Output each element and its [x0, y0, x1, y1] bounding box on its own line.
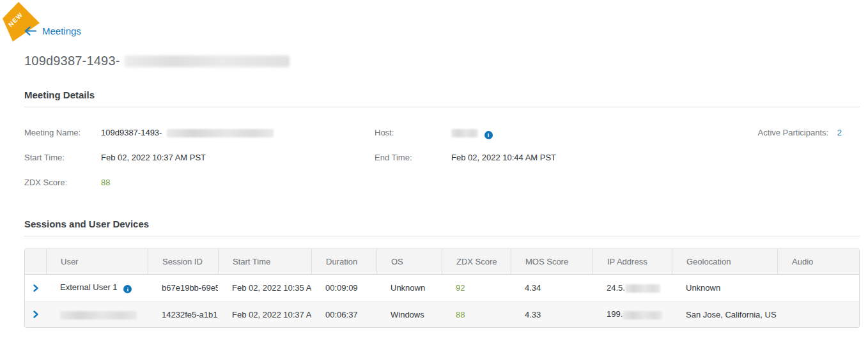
page-title: 109d9387-1493- — [24, 54, 290, 68]
duration-cell: 00:06:37 — [311, 301, 376, 327]
geolocation-cell: San Jose, California, US — [672, 301, 777, 327]
page-title-redacted — [125, 56, 290, 67]
expand-cell — [25, 301, 46, 327]
sessions-heading: Sessions and User Devices — [24, 218, 149, 229]
audio-cell — [777, 275, 860, 301]
column-header-audio: Audio — [777, 249, 860, 275]
host-redacted — [451, 129, 478, 137]
start-time-label: Start Time: — [24, 153, 65, 162]
session-id-cell: b67e19bb-69e5 — [148, 275, 218, 301]
active-participants-label: Active Participants: — [758, 128, 829, 137]
meeting-name-redacted — [167, 129, 274, 137]
active-participants: Active Participants: 2 — [758, 128, 842, 137]
column-header-session-id: Session ID — [148, 249, 218, 275]
zdx-score-label: ZDX Score: — [24, 178, 67, 187]
host-label: Host: — [375, 128, 394, 137]
ip-address-cell: 24.5. — [593, 275, 672, 301]
os-cell: Unknown — [376, 275, 442, 301]
start-time-cell: Feb 02, 2022 10:37 AM — [218, 301, 311, 327]
mos-score-cell: 4.33 — [511, 301, 593, 327]
ip-address-redacted — [623, 311, 662, 319]
column-header-os: OS — [376, 249, 442, 275]
end-time-value: Feb 02, 2022 10:44 AM PST — [451, 153, 556, 162]
zdx-score-cell: 88 — [442, 301, 511, 327]
user-info-icon[interactable]: i — [123, 285, 132, 293]
column-header-duration: Duration — [311, 249, 376, 275]
active-participants-value[interactable]: 2 — [837, 128, 842, 137]
ip-address-visible: 24.5. — [607, 283, 625, 293]
host-info-icon[interactable]: i — [484, 131, 493, 139]
expand-chevron-icon[interactable] — [29, 308, 42, 321]
column-header-geolocation: Geolocation — [672, 249, 777, 275]
ip-address-cell: 199. — [593, 301, 672, 327]
new-ribbon: NEW — [0, 0, 45, 45]
ip-address-redacted — [625, 284, 660, 293]
end-time-label: End Time: — [375, 153, 412, 162]
table-row: 14232fe5-a1b1- Feb 02, 2022 10:37 AM 00:… — [25, 301, 860, 327]
details-row-3: ZDX Score: 88 — [24, 173, 860, 198]
column-header-mos-score: MOS Score — [511, 249, 593, 275]
table-row: External User 1 i b67e19bb-69e5 Feb 02, … — [25, 275, 860, 301]
meeting-name-value: 109d9387-1493- — [101, 128, 274, 137]
meetings-back-link[interactable]: Meetings — [42, 26, 81, 36]
details-row-1: Meeting Name: 109d9387-1493- Host: i Act… — [24, 123, 860, 148]
start-time-cell: Feb 02, 2022 10:35 AM — [218, 275, 311, 301]
user-cell — [46, 301, 148, 327]
column-header-ip-address: IP Address — [593, 249, 672, 275]
expand-cell — [25, 275, 46, 301]
breadcrumb: Meetings — [24, 26, 81, 36]
zdx-score-cell: 92 — [442, 275, 511, 301]
session-id-cell: 14232fe5-a1b1- — [148, 301, 218, 327]
meeting-details-heading: Meeting Details — [24, 89, 95, 100]
user-name: External User 1 — [60, 282, 118, 292]
sessions-table: User Session ID Start Time Duration OS Z… — [24, 249, 860, 328]
page-title-text: 109d9387-1493- — [24, 54, 120, 68]
ip-address-visible: 199. — [607, 309, 623, 319]
details-row-2: Start Time: Feb 02, 2022 10:37 AM PST En… — [24, 148, 860, 173]
column-header-expand — [25, 249, 46, 275]
zdx-score-value: 88 — [101, 178, 110, 187]
expand-chevron-icon[interactable] — [29, 282, 42, 295]
sessions-divider — [24, 236, 860, 236]
meeting-detail-page: NEW Meetings 109d9387-1493- Meeting Deta… — [0, 0, 868, 345]
meeting-name-label: Meeting Name: — [24, 128, 81, 137]
meeting-name-value-text: 109d9387-1493- — [101, 128, 162, 137]
mos-score-cell: 4.34 — [511, 275, 593, 301]
audio-cell — [777, 301, 860, 327]
geolocation-cell: Unknown — [672, 275, 777, 301]
meeting-details-divider — [24, 107, 860, 107]
table-header-row: User Session ID Start Time Duration OS Z… — [25, 249, 860, 275]
column-header-user: User — [46, 249, 148, 275]
column-header-start-time: Start Time — [218, 249, 311, 275]
os-cell: Windows — [376, 301, 442, 327]
duration-cell: 00:09:09 — [311, 275, 376, 301]
meeting-details-grid: Meeting Name: 109d9387-1493- Host: i Act… — [24, 123, 860, 198]
user-cell: External User 1 i — [46, 275, 148, 301]
user-name-redacted — [60, 311, 137, 319]
start-time-value: Feb 02, 2022 10:37 AM PST — [101, 153, 206, 162]
column-header-zdx-score: ZDX Score — [442, 249, 511, 275]
host-value: i — [451, 128, 493, 139]
back-arrow-icon[interactable] — [24, 26, 36, 36]
